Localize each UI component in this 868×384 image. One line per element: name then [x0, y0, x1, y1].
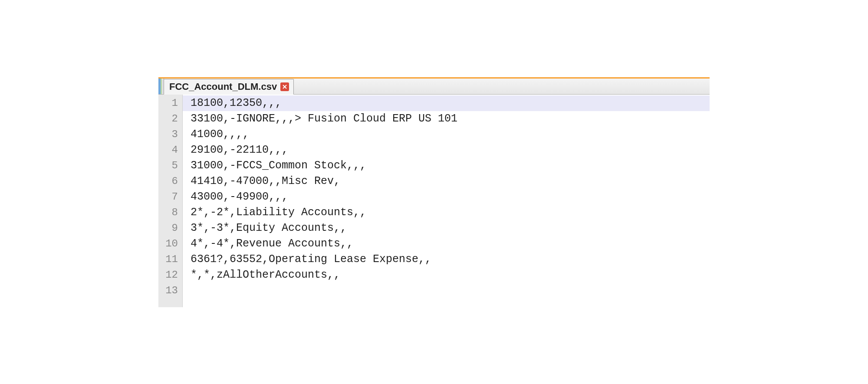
- code-line[interactable]: 29100,-22110,,,: [183, 142, 710, 158]
- line-number: 11: [158, 252, 182, 267]
- text-editor: FCC_Account_DLM.csv 1 2 3 4 5 6 7 8 9 10…: [158, 77, 710, 307]
- tab-title: FCC_Account_DLM.csv: [169, 81, 277, 92]
- code-area[interactable]: 18100,12350,,, 33100,-IGNORE,,,> Fusion …: [183, 95, 710, 307]
- code-line[interactable]: 18100,12350,,,: [183, 95, 710, 111]
- code-line[interactable]: 41410,-47000,,Misc Rev,: [183, 174, 710, 189]
- line-number: 1: [158, 95, 182, 111]
- tab-strip: FCC_Account_DLM.csv: [158, 77, 710, 95]
- line-number: 12: [158, 267, 182, 283]
- line-number: 4: [158, 142, 182, 158]
- line-number-gutter: 1 2 3 4 5 6 7 8 9 10 11 12 13: [158, 95, 183, 307]
- code-line[interactable]: 6361?,63552,Operating Lease Expense,,: [183, 252, 710, 267]
- line-number: 8: [158, 205, 182, 220]
- line-number: 10: [158, 236, 182, 252]
- line-number: 2: [158, 111, 182, 127]
- line-number: 5: [158, 158, 182, 174]
- file-tab[interactable]: FCC_Account_DLM.csv: [164, 79, 294, 95]
- code-line[interactable]: [183, 283, 710, 299]
- code-line[interactable]: 41000,,,,: [183, 127, 710, 142]
- line-number: 6: [158, 174, 182, 189]
- line-number: 9: [158, 220, 182, 236]
- code-line[interactable]: *,*,zAllOtherAccounts,,: [183, 267, 710, 283]
- code-line[interactable]: 33100,-IGNORE,,,> Fusion Cloud ERP US 10…: [183, 111, 710, 127]
- close-icon[interactable]: [280, 82, 289, 91]
- code-line[interactable]: 31000,-FCCS_Common Stock,,,: [183, 158, 710, 174]
- code-line[interactable]: 3*,-3*,Equity Accounts,,: [183, 220, 710, 236]
- line-number: 13: [158, 283, 182, 299]
- line-number: 7: [158, 189, 182, 205]
- code-line[interactable]: 43000,-49900,,,: [183, 189, 710, 205]
- editor-body: 1 2 3 4 5 6 7 8 9 10 11 12 13 18100,1235…: [158, 95, 710, 307]
- line-number: 3: [158, 127, 182, 142]
- code-line[interactable]: 2*,-2*,Liability Accounts,,: [183, 205, 710, 220]
- code-line[interactable]: 4*,-4*,Revenue Accounts,,: [183, 236, 710, 252]
